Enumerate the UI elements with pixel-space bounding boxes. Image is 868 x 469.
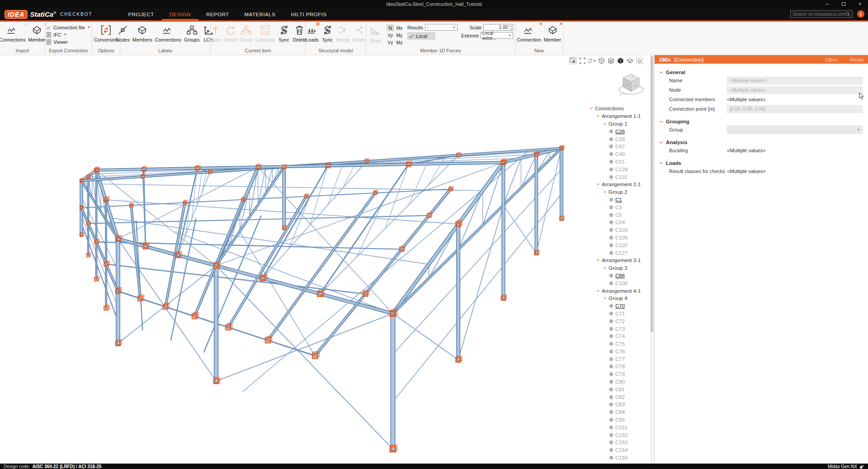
- tree-item-c24[interactable]: C24: [586, 219, 650, 226]
- force-toggle-mx[interactable]: Mx: [395, 24, 404, 31]
- local-toggle-button[interactable]: Local: [407, 32, 435, 40]
- section-general[interactable]: General: [659, 70, 868, 75]
- tree-item-arrangement-4-1[interactable]: Arrangement 4-1: [586, 287, 650, 295]
- export-ifc-button[interactable]: IFC▼: [46, 31, 90, 38]
- results-select[interactable]: -▼: [425, 24, 458, 31]
- export-viewer-button[interactable]: Viewer: [46, 38, 90, 45]
- new-connection-button[interactable]: + Connection: [516, 22, 542, 42]
- tree-item-c71[interactable]: C71: [586, 310, 650, 318]
- tab-materials[interactable]: MATERIALS: [237, 8, 283, 20]
- chevron-down-icon[interactable]: [602, 266, 608, 270]
- tree-item-c75[interactable]: C75: [586, 340, 650, 348]
- tree-item-c82[interactable]: C82: [586, 393, 650, 401]
- import-connections-button[interactable]: ↓ Connections: [0, 22, 27, 42]
- labels-members-button[interactable]: Members: [131, 22, 154, 42]
- chevron-down-icon[interactable]: [595, 258, 601, 262]
- info-icon[interactable]: i: [857, 10, 864, 18]
- tab-project[interactable]: PROJECT: [121, 8, 162, 20]
- force-toggle-n[interactable]: N: [387, 24, 394, 31]
- open-connection-button[interactable]: Open: [826, 57, 838, 62]
- clipped-view-button[interactable]: [626, 56, 634, 65]
- tree-item-c129[interactable]: C129: [586, 165, 650, 173]
- chevron-down-icon[interactable]: [595, 114, 601, 118]
- tree-item-c49[interactable]: C49: [586, 150, 650, 158]
- sync-model-button[interactable]: Sync: [320, 22, 335, 42]
- chevron-down-icon[interactable]: [589, 107, 594, 110]
- tree-item-c81[interactable]: C81: [586, 385, 650, 393]
- tab-report[interactable]: REPORT: [198, 8, 237, 20]
- chevron-down-icon[interactable]: [602, 122, 608, 126]
- name-field[interactable]: [727, 77, 863, 84]
- isometric-view-button[interactable]: [607, 56, 615, 65]
- labels-groups-button[interactable]: Groups: [183, 22, 201, 42]
- tree-item-c80[interactable]: C80: [586, 378, 650, 386]
- tree-item-group-2[interactable]: Group 2: [586, 188, 650, 196]
- connection-point-field[interactable]: [727, 105, 863, 113]
- tree-item-c83[interactable]: C83: [586, 401, 650, 408]
- solid-view-button[interactable]: [616, 56, 625, 65]
- tree-item-c76[interactable]: C76: [586, 348, 650, 356]
- tree-item-c107[interactable]: C107: [586, 241, 650, 249]
- tree-scrollbar[interactable]: [650, 55, 654, 464]
- tree-item-c152[interactable]: C152: [586, 431, 650, 439]
- close-button[interactable]: ×: [852, 0, 868, 8]
- navigation-cube[interactable]: z x y: [618, 71, 646, 99]
- extreme-select[interactable]: Local extre...▼: [481, 32, 513, 39]
- tree-item-c106[interactable]: C106: [586, 279, 650, 287]
- tree-item-group-1[interactable]: Group 1: [586, 120, 650, 128]
- tree-root-connections[interactable]: Connections: [586, 105, 650, 113]
- tree-item-c70[interactable]: C70: [586, 302, 650, 310]
- minimize-button[interactable]: –: [819, 0, 835, 8]
- tree-item-c1[interactable]: C1: [586, 196, 650, 204]
- sync-current-button[interactable]: Sync: [277, 22, 292, 42]
- tree-item-arrangement-2-1[interactable]: Arrangement 2-1: [586, 181, 650, 188]
- section-loads[interactable]: Loads: [659, 160, 868, 166]
- section-grouping[interactable]: Grouping: [659, 119, 868, 124]
- tree-item-c74[interactable]: C74: [586, 333, 650, 340]
- tree-item-c26[interactable]: C26: [586, 127, 650, 135]
- loads-button[interactable]: Loads: [304, 22, 320, 42]
- tree-item-c154[interactable]: C154: [586, 446, 650, 454]
- tree-item-c131[interactable]: C131: [586, 173, 650, 181]
- node-field[interactable]: [727, 86, 863, 94]
- tree-item-c51[interactable]: C51: [586, 158, 650, 166]
- labels-nodes-button[interactable]: Nodes: [115, 22, 131, 42]
- tree-item-c28[interactable]: C28: [586, 135, 650, 143]
- orbit-button[interactable]: ▼: [588, 56, 596, 65]
- tree-item-c153[interactable]: C153: [586, 439, 650, 446]
- tab-hilti-profis[interactable]: HILTI PROFIS: [283, 8, 334, 20]
- chevron-down-icon[interactable]: [602, 296, 608, 300]
- axonometric-view-button[interactable]: [597, 56, 606, 65]
- tree-item-c105[interactable]: C105: [586, 234, 650, 242]
- tree-item-arrangement-1-1[interactable]: Arrangement 1-1: [586, 113, 650, 120]
- tree-item-c151[interactable]: C151: [586, 423, 650, 431]
- scale-spinner[interactable]: ▲▼: [509, 24, 513, 31]
- fit-to-view-button[interactable]: [578, 56, 587, 65]
- tree-item-group-4[interactable]: Group 4: [586, 295, 650, 302]
- tree-item-c47[interactable]: C47: [586, 143, 650, 150]
- tree-item-c79[interactable]: C79: [586, 371, 650, 378]
- tree-item-c5[interactable]: C5: [586, 211, 650, 219]
- model-viewport[interactable]: [0, 55, 586, 464]
- tree-scrollbar-thumb[interactable]: [651, 56, 653, 332]
- maximize-button[interactable]: [835, 0, 852, 8]
- chevron-down-icon[interactable]: [595, 183, 601, 186]
- tree-item-c86[interactable]: C86: [586, 272, 650, 280]
- group-select[interactable]: ▼: [727, 126, 863, 134]
- force-toggle-vz[interactable]: Vz: [387, 39, 394, 46]
- tree-item-c155[interactable]: C155: [586, 454, 650, 462]
- tree-item-c85[interactable]: C85: [586, 416, 650, 424]
- export-connection-file-button[interactable]: Connection file▼: [46, 24, 90, 31]
- tree-item-c77[interactable]: C77: [586, 355, 650, 363]
- search-input[interactable]: [793, 12, 845, 17]
- labels-connections-button[interactable]: Connections: [154, 22, 183, 42]
- tree-item-c3[interactable]: C3: [586, 203, 650, 211]
- force-toggle-my[interactable]: My: [395, 32, 404, 38]
- tree-item-c78[interactable]: C78: [586, 363, 650, 371]
- force-toggle-vy[interactable]: Vy: [387, 32, 394, 38]
- zoom-selection-button[interactable]: [569, 56, 577, 65]
- tree-item-c103[interactable]: C103: [586, 226, 650, 234]
- chevron-down-icon[interactable]: [602, 190, 608, 194]
- tree-item-c72[interactable]: C72: [586, 317, 650, 325]
- chevron-down-icon[interactable]: ▼: [593, 59, 596, 62]
